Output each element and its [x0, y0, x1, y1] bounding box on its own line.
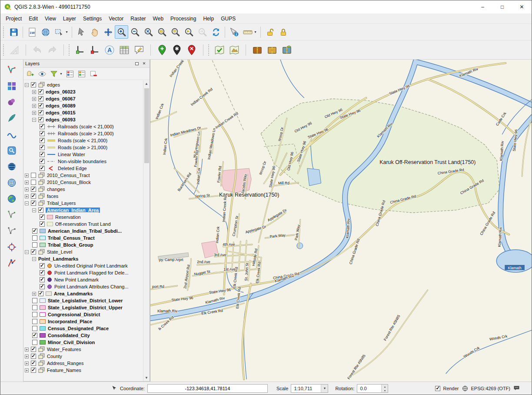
layer-item[interactable]: −State_Level: [23, 248, 143, 255]
expander-plus-icon[interactable]: +: [25, 187, 29, 191]
coordinate-input[interactable]: [147, 384, 268, 393]
layer-checkbox[interactable]: [40, 152, 45, 157]
layer-item[interactable]: +Area_Landmarks: [23, 290, 143, 297]
render-checkbox[interactable]: [435, 386, 440, 391]
layer-item[interactable]: +2010_Census_Tract: [23, 172, 143, 179]
layer-checkbox[interactable]: [32, 340, 37, 345]
layer-checkbox[interactable]: [38, 103, 43, 108]
manage-layer-visibility-button[interactable]: [37, 68, 48, 79]
heatmap-button[interactable]: [4, 96, 20, 108]
minimize-button[interactable]: –: [473, 0, 492, 13]
layer-checkbox[interactable]: [31, 354, 36, 359]
attribute-table-button[interactable]: [117, 42, 132, 58]
menu-layer[interactable]: Layer: [60, 14, 80, 23]
layer-item[interactable]: +Address_Ranges: [23, 360, 143, 367]
layer-checkbox[interactable]: [32, 319, 37, 324]
layer-item[interactable]: +2010_Census_Block: [23, 179, 143, 186]
add-point-landmark-button[interactable]: [155, 42, 170, 58]
expander-plus-icon[interactable]: +: [25, 174, 29, 177]
import-zip-button[interactable]: [250, 42, 265, 58]
layer-item[interactable]: Point Landmark Flagged for Dele...: [23, 269, 143, 276]
wms-service-button[interactable]: [4, 177, 20, 188]
expander-minus-icon[interactable]: −: [25, 250, 29, 254]
layer-item[interactable]: Un-edited Original Point Landmark: [23, 262, 143, 269]
layer-checkbox[interactable]: [40, 284, 45, 289]
menu-gups[interactable]: GUPS: [217, 14, 239, 23]
cad-tools-button[interactable]: [7, 42, 22, 58]
redo-button[interactable]: [45, 42, 60, 58]
layer-item[interactable]: Railroads (scale < 21,000): [23, 123, 143, 130]
spin-up-icon[interactable]: ▴: [382, 385, 388, 388]
scale-combobox[interactable]: 1:10,711 ▾: [291, 384, 328, 393]
menu-view[interactable]: View: [41, 14, 60, 23]
messages-icon[interactable]: [513, 385, 520, 392]
layer-item[interactable]: State_Legislative_District_Lower: [23, 297, 143, 304]
layers-scrollbar[interactable]: ▲ ▼: [143, 80, 150, 381]
validate-map-button[interactable]: [212, 42, 227, 58]
modify-point-landmark-button[interactable]: [170, 42, 184, 58]
zoom-to-layer-button[interactable]: [169, 25, 182, 39]
layer-item[interactable]: New Point Landmark: [23, 276, 143, 283]
layer-item[interactable]: +Water_Features: [23, 346, 143, 353]
add-group-button[interactable]: [25, 68, 36, 79]
zoom-next-button[interactable]: [196, 25, 209, 39]
layer-item[interactable]: Linear Water: [23, 151, 143, 158]
road-graph-button[interactable]: [4, 257, 20, 269]
delete-point-landmark-button[interactable]: [184, 42, 199, 58]
map-canvas[interactable]: Indian CreekIndian CrkIndian CrkIndian C…: [150, 60, 532, 382]
layer-checkbox[interactable]: [31, 82, 36, 87]
expander-plus-icon[interactable]: +: [25, 368, 29, 372]
edit-comments-button[interactable]: [132, 42, 146, 58]
scale-dropdown-icon[interactable]: ▾: [321, 385, 328, 392]
expander-minus-icon[interactable]: −: [32, 257, 36, 261]
expander-plus-icon[interactable]: +: [25, 181, 29, 184]
layer-item[interactable]: Consolidated_City: [23, 332, 143, 339]
toolbar-grip[interactable]: [3, 44, 5, 56]
expander-plus-icon[interactable]: +: [32, 90, 36, 94]
layer-item[interactable]: Tribal_Census_Tract: [23, 234, 143, 241]
layer-checkbox[interactable]: [40, 270, 45, 275]
layer-checkbox[interactable]: [40, 214, 45, 220]
layer-checkbox[interactable]: [38, 117, 43, 122]
layer-checkbox[interactable]: [31, 347, 36, 352]
node-tool-button[interactable]: [4, 225, 20, 237]
rotation-spinbox[interactable]: 0.0 ▴▾: [357, 384, 388, 393]
delete-linear-feature-button[interactable]: [87, 42, 102, 58]
layer-checkbox[interactable]: [38, 110, 43, 115]
review-changes-button[interactable]: [227, 42, 242, 58]
layer-item[interactable]: Point Landmark Attributes Chang...: [23, 283, 143, 290]
identify-features-button[interactable]: i: [227, 25, 241, 39]
spatial-query-button[interactable]: [4, 112, 20, 124]
menu-project[interactable]: Project: [2, 14, 25, 23]
menu-web[interactable]: Web: [150, 14, 167, 23]
zoom-last-button[interactable]: [182, 25, 196, 39]
layer-checkbox[interactable]: [31, 180, 36, 185]
save-project-button[interactable]: [7, 25, 20, 39]
new-1w-job-button[interactable]: 1W: [25, 25, 39, 39]
layer-item[interactable]: −American_Indian_Area: [23, 207, 143, 214]
layer-checkbox[interactable]: [32, 242, 37, 248]
layer-checkbox[interactable]: [32, 298, 37, 303]
remove-layer-button[interactable]: [88, 68, 99, 79]
layer-item[interactable]: −edges: [23, 81, 143, 88]
refresh-map-button[interactable]: [209, 25, 223, 39]
touch-pointer-button[interactable]: [74, 25, 88, 39]
toolbar-grip[interactable]: [208, 44, 210, 56]
database-button[interactable]: [4, 161, 20, 172]
expander-plus-icon[interactable]: +: [25, 348, 29, 351]
rotation-stepper[interactable]: ▴▾: [381, 385, 388, 392]
layer-item[interactable]: −Point_Landmarks: [23, 255, 143, 262]
layer-checkbox[interactable]: [31, 361, 36, 366]
layer-checkbox[interactable]: [32, 326, 37, 331]
coordinate-capture-icon[interactable]: [111, 385, 117, 392]
layer-checkbox[interactable]: [38, 208, 43, 213]
layer-item[interactable]: Minor_Civil_Division: [23, 339, 143, 346]
menu-processing[interactable]: Processing: [167, 14, 200, 23]
expander-plus-icon[interactable]: +: [25, 355, 29, 358]
layer-item[interactable]: Incorporated_Place: [23, 318, 143, 325]
layer-checkbox[interactable]: [40, 131, 45, 136]
georeferencer-button[interactable]: [4, 80, 20, 92]
expander-plus-icon[interactable]: +: [25, 194, 29, 198]
layer-item[interactable]: State_Legislative_District_Upper: [23, 304, 143, 311]
expander-plus-icon[interactable]: +: [32, 104, 36, 108]
